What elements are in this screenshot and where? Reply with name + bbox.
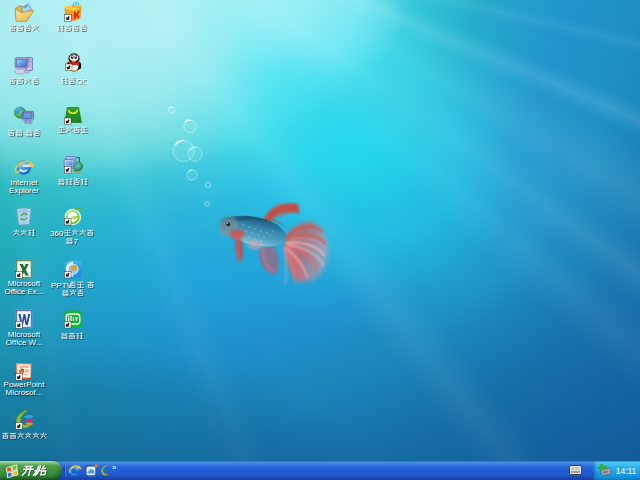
svg-text:QQ: QQ (76, 77, 87, 86)
svg-text:7: 7 (73, 237, 78, 246)
svg-text:360: 360 (50, 229, 64, 238)
